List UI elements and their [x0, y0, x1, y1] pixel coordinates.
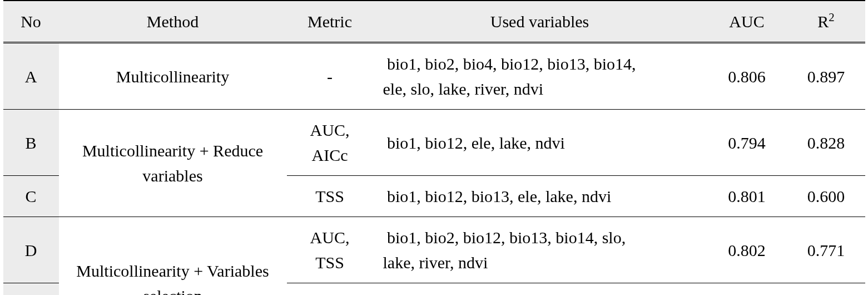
- vars-line: bio1, bio12, bio13, ele, lake, ndvi: [383, 184, 702, 209]
- cell-metric: -: [287, 43, 373, 110]
- cell-metric: AUC, TSS: [287, 217, 373, 283]
- vars-line: bio1, bio12, ele, lake, ndvi: [383, 130, 702, 155]
- cell-vars: bio1, bio2, bio4, bio12, bio14, ele, slo…: [373, 283, 707, 296]
- cell-metric: AICc: [287, 283, 373, 296]
- cell-r2: 0.929: [787, 283, 865, 296]
- cell-auc: 0.805: [707, 283, 787, 296]
- method-line: Multicollinearity + Variables: [76, 262, 269, 280]
- table-row: B Multicollinearity + Reduce variables A…: [3, 110, 865, 176]
- cell-vars: bio1, bio12, bio13, ele, lake, ndvi: [373, 176, 707, 217]
- cell-auc: 0.806: [707, 43, 787, 110]
- vars-line: bio1, bio2, bio12, bio13, bio14, slo,: [383, 225, 702, 250]
- header-method: Method: [59, 1, 287, 43]
- header-r2-pre: R: [817, 12, 829, 31]
- cell-metric: TSS: [287, 176, 373, 217]
- vars-line: lake, river, ndvi: [383, 250, 702, 275]
- cell-vars: bio1, bio12, ele, lake, ndvi: [373, 110, 707, 176]
- header-no: No: [3, 1, 59, 43]
- metric-line: AUC,: [310, 121, 350, 139]
- vars-line: ele, slo, lake, river, ndvi: [383, 76, 702, 101]
- method-line: variables: [142, 166, 202, 185]
- cell-r2: 0.828: [787, 110, 865, 176]
- cell-vars: bio1, bio2, bio12, bio13, bio14, slo, la…: [373, 217, 707, 283]
- cell-auc: 0.802: [707, 217, 787, 283]
- cell-method: Multicollinearity + Reduce variables: [59, 110, 287, 217]
- cell-r2: 0.897: [787, 43, 865, 110]
- cell-vars: bio1, bio2, bio4, bio12, bio13, bio14, e…: [373, 43, 707, 110]
- method-line: Multicollinearity + Reduce: [82, 141, 263, 160]
- header-r2: R2: [787, 1, 865, 43]
- vars-line: bio1, bio2, bio4, bio12, bio14, ele, slo…: [383, 291, 702, 295]
- vars-line: bio1, bio2, bio4, bio12, bio13, bio14,: [383, 51, 702, 76]
- header-vars: Used variables: [373, 1, 707, 43]
- header-metric: Metric: [287, 1, 373, 43]
- table-row: D Multicollinearity + Variables selectio…: [3, 217, 865, 283]
- cell-no: C: [3, 176, 59, 217]
- cell-r2: 0.600: [787, 176, 865, 217]
- metric-line: AUC,: [310, 228, 350, 247]
- cell-no: B: [3, 110, 59, 176]
- cell-method: Multicollinearity + Variables selection: [59, 217, 287, 296]
- cell-r2: 0.771: [787, 217, 865, 283]
- cell-no: A: [3, 43, 59, 110]
- results-table: No Method Metric Used variables AUC R2 A…: [3, 0, 865, 295]
- method-line: selection: [143, 287, 202, 296]
- metric-line: TSS: [315, 253, 344, 272]
- table-row: A Multicollinearity - bio1, bio2, bio4, …: [3, 43, 865, 110]
- cell-method: Multicollinearity: [59, 43, 287, 110]
- cell-auc: 0.794: [707, 110, 787, 176]
- cell-no: E: [3, 283, 59, 296]
- cell-auc: 0.801: [707, 176, 787, 217]
- metric-line: AICc: [312, 146, 348, 164]
- header-r2-sup: 2: [829, 11, 835, 24]
- header-auc: AUC: [707, 1, 787, 43]
- cell-no: D: [3, 217, 59, 283]
- cell-metric: AUC, AICc: [287, 110, 373, 176]
- table-header-row: No Method Metric Used variables AUC R2: [3, 1, 865, 43]
